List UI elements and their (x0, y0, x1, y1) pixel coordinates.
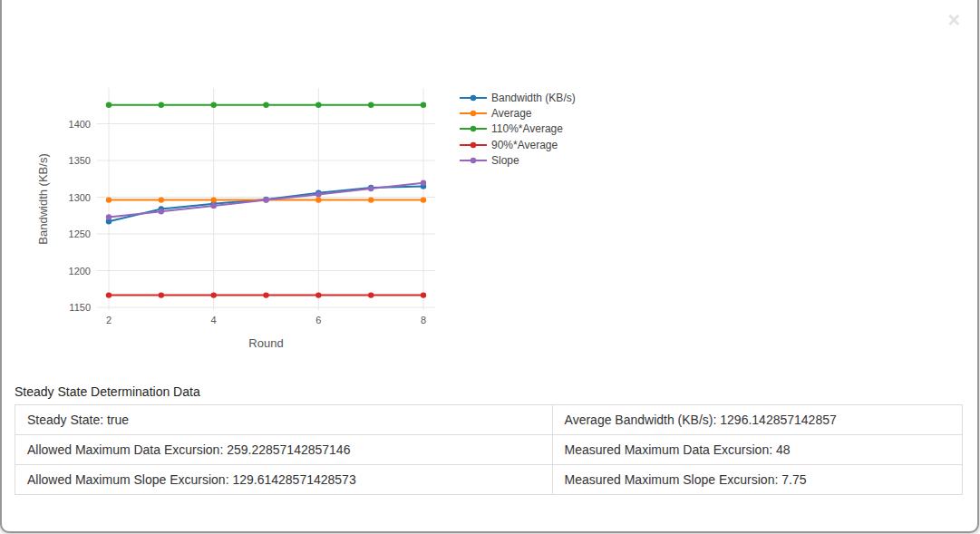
legend-label: Bandwidth (KB/s) (491, 92, 576, 104)
table-cell: Allowed Maximum Data Excursion: 259.2285… (15, 435, 553, 465)
legend-label: Slope (491, 154, 519, 167)
table-row: Steady State: trueAverage Bandwidth (KB/… (15, 405, 963, 435)
y-tick-label: 1250 (69, 228, 91, 239)
x-tick-label: 2 (106, 315, 112, 325)
gridlines: 1150120012501300135014002468 (69, 88, 435, 325)
series-line (109, 186, 423, 221)
data-point-marker (106, 197, 112, 202)
table-cell: Average Bandwidth (KB/s): 1296.142857142… (552, 405, 962, 435)
data-point-marker (159, 197, 164, 202)
data-point-marker (159, 102, 164, 108)
legend-marker-icon (460, 108, 487, 119)
table-row: Allowed Maximum Slope Excursion: 129.614… (15, 465, 963, 495)
legend-marker-icon (460, 140, 487, 150)
data-point-marker (368, 197, 374, 202)
y-tick-label: 1200 (69, 266, 91, 277)
y-tick-label: 1300 (69, 192, 91, 203)
data-point-marker (106, 102, 112, 108)
data-point-marker (368, 186, 374, 191)
data-point-marker (315, 191, 321, 197)
data-point-marker (159, 209, 164, 214)
x-tick-label: 6 (315, 315, 321, 325)
chart-legend: Bandwidth (KB/s)Average110%*Average90%*A… (460, 90, 576, 169)
chart-canvas: 1150120012501300135014002468Bandwidth (K… (27, 74, 461, 360)
data-point-marker (263, 197, 268, 202)
table-cell: Measured Maximum Slope Excursion: 7.75 (552, 465, 962, 495)
steady-state-section: Steady State Determination Data Steady S… (15, 385, 963, 495)
table-cell: Measured Maximum Data Excursion: 48 (552, 435, 962, 465)
steady-state-modal: × 1150120012501300135014002468Bandwidth … (0, 0, 979, 533)
legend-marker-icon (460, 155, 487, 166)
data-point-marker (315, 292, 321, 297)
data-point-marker (421, 197, 426, 202)
data-point-marker (211, 203, 217, 209)
table-row: Allowed Maximum Data Excursion: 259.2285… (15, 435, 963, 465)
legend-marker-icon (460, 92, 487, 103)
legend-item-2[interactable]: 110%*Average (460, 121, 576, 137)
close-icon[interactable]: × (948, 13, 960, 27)
steady-state-table: Steady State: trueAverage Bandwidth (KB/… (15, 404, 963, 495)
legend-label: 90%*Average (491, 139, 558, 151)
data-point-marker (211, 197, 217, 202)
table-title: Steady State Determination Data (15, 385, 963, 399)
data-point-marker (106, 214, 112, 219)
series-0 (106, 183, 426, 224)
legend-item-1[interactable]: Average (460, 105, 576, 121)
x-tick-label: 8 (421, 315, 426, 325)
data-point-marker (159, 292, 164, 297)
data-point-marker (315, 197, 321, 202)
data-point-marker (421, 292, 426, 297)
legend-marker-icon (460, 123, 487, 134)
data-point-marker (211, 102, 217, 108)
data-point-marker (106, 292, 112, 297)
bandwidth-chart: 1150120012501300135014002468Bandwidth (K… (27, 74, 461, 360)
y-tick-label: 1350 (69, 155, 91, 166)
series-3 (106, 292, 426, 297)
series-2 (106, 102, 426, 108)
legend-label: 110%*Average (491, 122, 563, 135)
data-point-marker (263, 292, 268, 297)
legend-item-4[interactable]: Slope (460, 153, 576, 169)
data-point-marker (368, 292, 374, 297)
x-axis-label: Round (248, 336, 283, 350)
data-point-marker (368, 102, 374, 108)
data-point-marker (263, 102, 268, 108)
data-point-marker (211, 292, 217, 297)
legend-label: Average (491, 107, 531, 120)
data-point-marker (421, 180, 426, 186)
legend-item-3[interactable]: 90%*Average (460, 137, 576, 152)
table-cell: Allowed Maximum Slope Excursion: 129.614… (15, 465, 553, 495)
table-cell: Steady State: true (15, 405, 553, 435)
y-tick-label: 1150 (69, 302, 91, 313)
data-point-marker (421, 102, 426, 108)
y-tick-label: 1400 (69, 119, 91, 130)
y-axis-label: Bandwidth (KB/s) (36, 153, 50, 244)
x-tick-label: 4 (211, 315, 217, 325)
legend-item-0[interactable]: Bandwidth (KB/s) (460, 90, 576, 105)
data-point-marker (315, 102, 321, 108)
